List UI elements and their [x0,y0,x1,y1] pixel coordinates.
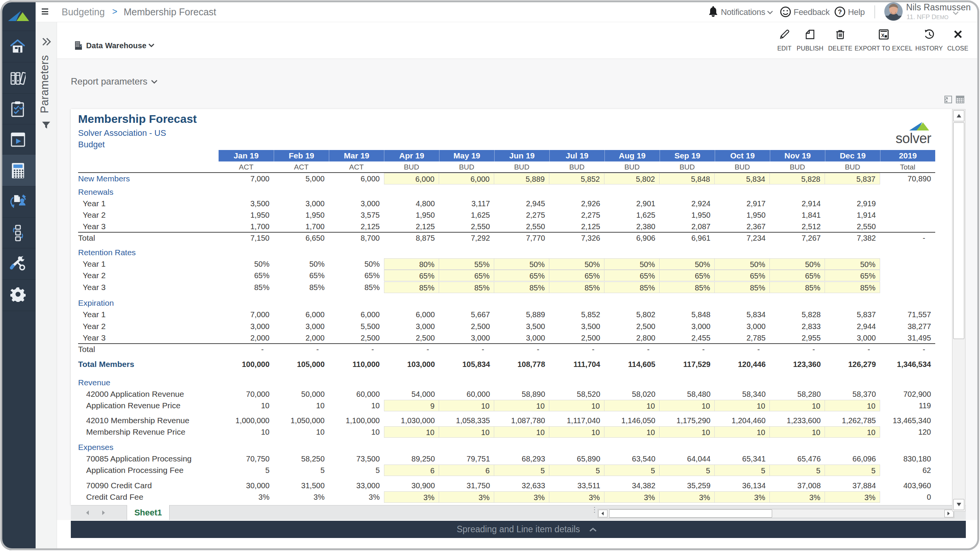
svg-text:?: ? [838,8,842,16]
svg-text:X: X [881,33,885,38]
